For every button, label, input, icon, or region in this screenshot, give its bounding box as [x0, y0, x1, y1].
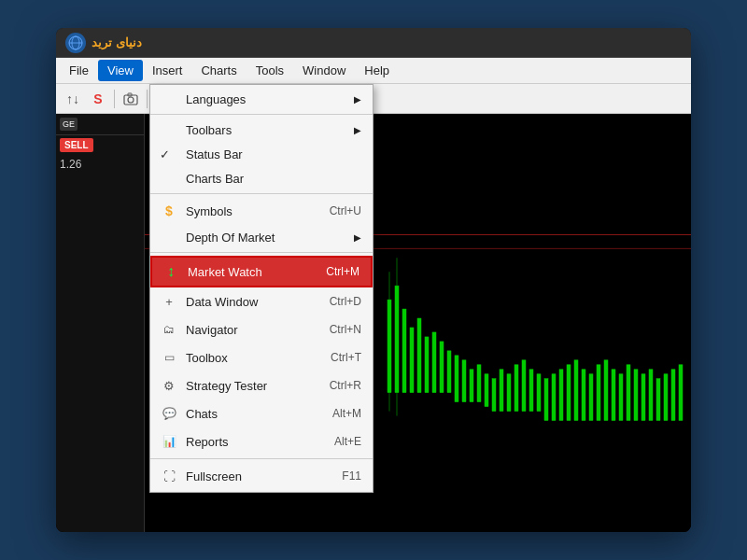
symbols-label: Symbols — [186, 204, 311, 218]
svg-rect-89 — [664, 374, 668, 421]
menu-insert[interactable]: Insert — [143, 60, 192, 81]
svg-rect-64 — [477, 365, 481, 402]
menu-toolbars[interactable]: Toolbars ▶ — [150, 118, 373, 142]
svg-rect-71 — [529, 370, 533, 412]
toolbars-arrow: ▶ — [354, 125, 361, 135]
toolbar-s-btn[interactable]: S — [87, 88, 109, 110]
menu-status-bar[interactable]: ✓ Status Bar — [150, 142, 373, 166]
menu-window[interactable]: Window — [293, 60, 355, 81]
menu-strategy-tester[interactable]: ⚙ Strategy Tester Ctrl+R — [150, 371, 373, 399]
status-bar-check: ✓ — [160, 147, 178, 161]
toolbar-camera-btn[interactable] — [120, 88, 142, 110]
svg-rect-51 — [395, 286, 399, 392]
reports-label: Reports — [186, 435, 316, 449]
svg-rect-54 — [402, 309, 406, 393]
toolbox-shortcut: Ctrl+T — [331, 351, 361, 364]
svg-rect-82 — [612, 370, 615, 421]
svg-rect-58 — [432, 332, 436, 393]
menu-fullscreen[interactable]: ⛶ Fullscreen F11 — [150, 462, 373, 490]
svg-rect-59 — [440, 342, 444, 393]
menu-navigator[interactable]: 🗂 Navigator Ctrl+N — [150, 315, 373, 343]
svg-rect-70 — [522, 360, 526, 412]
svg-rect-73 — [544, 379, 548, 421]
navigator-shortcut: Ctrl+N — [330, 323, 361, 336]
languages-arrow: ▶ — [354, 94, 361, 105]
price-display: 1.26 — [56, 155, 144, 174]
market-watch-label: Market Watch — [188, 265, 307, 279]
menu-charts[interactable]: Charts — [191, 60, 246, 81]
svg-rect-66 — [492, 379, 496, 412]
menu-data-window[interactable]: + Data Window Ctrl+D — [150, 287, 373, 315]
menu-view[interactable]: View — [98, 60, 143, 81]
languages-label: Languages — [186, 92, 354, 106]
svg-rect-75 — [559, 370, 563, 421]
chats-shortcut: Alt+M — [332, 407, 361, 420]
strategy-tester-icon: ⚙ — [160, 376, 178, 395]
strategy-tester-label: Strategy Tester — [186, 379, 311, 393]
app-logo — [65, 33, 86, 53]
symbol-badge: GE — [60, 118, 78, 131]
toolbars-label: Toolbars — [186, 123, 354, 137]
svg-rect-68 — [507, 374, 511, 412]
svg-rect-61 — [455, 356, 458, 402]
chats-icon: 💬 — [160, 404, 178, 423]
symbols-icon: $ — [160, 202, 178, 220]
svg-rect-88 — [656, 379, 660, 421]
title-bar: دنیای ترید — [56, 28, 691, 58]
svg-rect-60 — [447, 351, 451, 393]
strategy-tester-shortcut: Ctrl+R — [330, 379, 361, 392]
data-window-icon: + — [160, 292, 178, 311]
menu-tools[interactable]: Tools — [247, 60, 293, 81]
svg-rect-79 — [589, 374, 593, 421]
menu-toolbox[interactable]: ▭ Toolbox Ctrl+T — [150, 343, 373, 371]
toolbar-sep-1 — [114, 90, 115, 108]
toolbox-label: Toolbox — [186, 351, 312, 365]
menu-charts-bar[interactable]: Charts Bar — [150, 166, 373, 190]
svg-rect-57 — [425, 337, 429, 393]
status-bar-label: Status Bar — [186, 147, 361, 161]
svg-rect-91 — [679, 365, 683, 421]
menu-symbols[interactable]: $ Symbols Ctrl+U — [150, 197, 373, 225]
sell-button[interactable]: SELL — [60, 138, 93, 152]
reports-shortcut: Alt+E — [334, 435, 361, 448]
svg-rect-77 — [574, 360, 578, 421]
chats-label: Chats — [186, 407, 314, 421]
svg-rect-48 — [388, 300, 391, 393]
svg-rect-56 — [417, 318, 421, 393]
menu-depth-of-market[interactable]: Depth Of Market ▶ — [150, 225, 373, 249]
svg-rect-84 — [627, 365, 630, 421]
svg-rect-63 — [470, 370, 473, 402]
svg-rect-69 — [514, 365, 518, 412]
navigator-icon: 🗂 — [160, 320, 178, 339]
toolbar-arrows-btn[interactable]: ↑↓ — [62, 88, 84, 110]
dom-arrow: ▶ — [354, 232, 361, 243]
toolbar-sep-2 — [147, 90, 148, 108]
reports-icon: 📊 — [160, 432, 178, 451]
svg-rect-65 — [485, 374, 488, 407]
dom-label: Depth Of Market — [186, 231, 354, 245]
svg-rect-90 — [671, 370, 675, 421]
menu-chats[interactable]: 💬 Chats Alt+M — [150, 399, 373, 427]
menu-bar: File View Insert Charts Tools Window Hel… — [56, 58, 691, 84]
menu-reports[interactable]: 📊 Reports Alt+E — [150, 427, 373, 455]
market-watch-shortcut: Ctrl+M — [326, 265, 359, 278]
svg-rect-83 — [619, 374, 623, 421]
view-dropdown: Languages ▶ Toolbars ▶ ✓ Status Bar Char… — [149, 84, 374, 493]
menu-market-watch[interactable]: ↕ Market Watch Ctrl+M — [150, 256, 373, 287]
data-window-label: Data Window — [186, 295, 311, 309]
svg-rect-74 — [552, 374, 556, 421]
market-watch-icon: ↕ — [162, 262, 180, 281]
charts-bar-label: Charts Bar — [186, 172, 361, 186]
sep-3 — [150, 252, 373, 253]
menu-languages[interactable]: Languages ▶ — [150, 87, 373, 111]
sep-2 — [150, 193, 373, 194]
sep-4 — [150, 458, 373, 459]
toolbox-icon: ▭ — [160, 348, 178, 367]
svg-rect-72 — [537, 374, 541, 412]
svg-rect-67 — [500, 370, 503, 412]
menu-help[interactable]: Help — [355, 60, 399, 81]
menu-file[interactable]: File — [60, 60, 98, 81]
navigator-label: Navigator — [186, 323, 311, 337]
svg-rect-62 — [462, 360, 466, 402]
app-title: دنیای ترید — [92, 35, 142, 49]
